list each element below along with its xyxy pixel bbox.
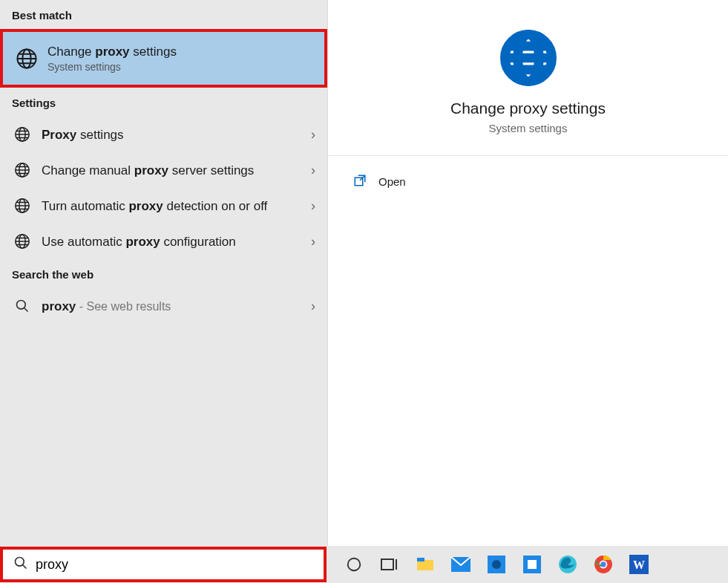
result-title: Proxy settings [42,127,305,143]
svg-point-23 [348,558,361,571]
search-input[interactable] [36,557,313,573]
result-title: Turn automatic proxy detection on or off [42,198,305,214]
taskbar-mail-icon[interactable] [450,553,472,576]
globe-icon [500,30,557,89]
result-title: Use automatic proxy configuration [42,234,305,250]
taskbar-edge-icon[interactable] [557,553,579,576]
globe-icon [12,195,33,216]
taskbar-taskview-icon[interactable] [378,553,401,576]
taskbar-chrome-icon[interactable] [592,553,614,576]
open-icon [353,174,367,189]
result-change-manual-proxy[interactable]: Change manual proxy server settings › [0,152,327,188]
taskbar-explorer-icon[interactable] [414,553,436,576]
svg-rect-26 [417,560,433,570]
result-title: Change proxy settings [47,44,312,59]
search-results-panel: Best match Change proxy settings System … [0,0,328,546]
result-web-proxy[interactable]: proxy - See web results › [0,288,327,324]
result-title: proxy - See web results [42,299,305,314]
svg-rect-32 [528,560,537,569]
svg-rect-27 [417,558,424,561]
header-search-web: Search the web [0,259,327,288]
svg-line-16 [24,308,28,312]
globe-icon [12,160,33,180]
result-proxy-settings[interactable]: Proxy settings › [0,117,327,152]
taskbar-app-icon[interactable] [485,553,508,576]
preview-panel: Change proxy settings System settings Op… [328,0,728,546]
taskbar: W [0,546,728,583]
header-best-match: Best match [0,0,327,29]
result-title: Change manual proxy server settings [42,163,305,178]
taskbar-search[interactable] [0,547,327,582]
header-settings: Settings [0,88,327,117]
result-best-change-proxy-settings[interactable]: Change proxy settings System settings [0,29,327,88]
chevron-right-icon: › [311,234,315,250]
svg-point-15 [17,301,26,310]
globe-icon [12,231,33,252]
chevron-right-icon: › [311,299,315,314]
result-subtitle: System settings [47,61,312,73]
preview-subtitle: System settings [489,122,568,134]
svg-point-30 [492,560,501,569]
svg-point-21 [16,558,24,567]
search-icon [13,556,28,573]
chevron-right-icon: › [311,198,315,214]
globe-icon [12,124,33,145]
chevron-right-icon: › [311,127,315,143]
result-turn-automatic-proxy[interactable]: Turn automatic proxy detection on or off… [0,188,327,224]
svg-text:W: W [633,558,645,571]
taskbar-app-icon[interactable] [521,553,543,576]
taskbar-word-icon[interactable]: W [628,553,650,576]
action-label: Open [378,175,406,188]
svg-rect-24 [381,559,393,570]
chevron-right-icon: › [311,163,315,178]
taskbar-cortana-icon[interactable] [343,553,365,576]
action-open[interactable]: Open [350,169,706,194]
svg-line-22 [23,565,27,569]
search-icon [12,296,33,316]
result-use-automatic-proxy[interactable]: Use automatic proxy configuration › [0,224,327,259]
preview-title: Change proxy settings [450,100,606,117]
globe-icon [15,47,39,71]
